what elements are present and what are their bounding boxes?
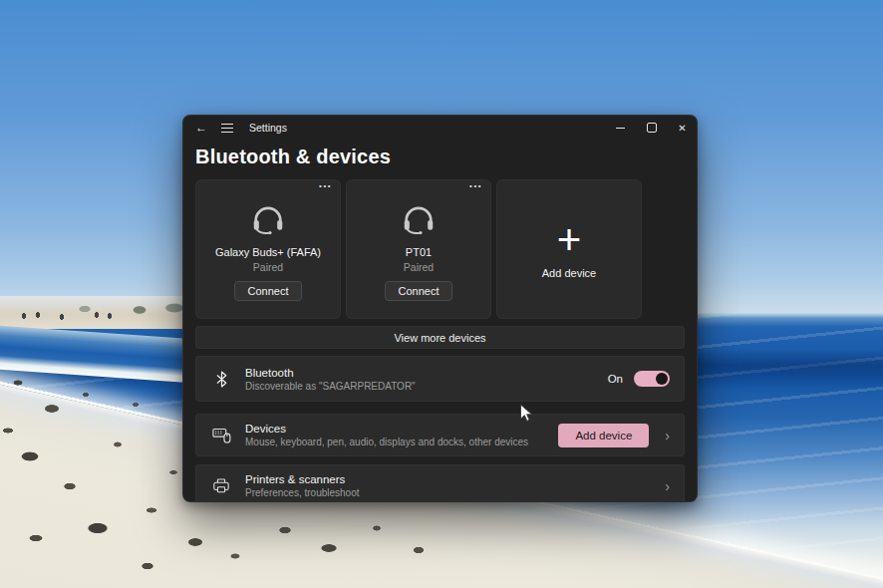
card-more-options-icon[interactable]: •••	[319, 181, 332, 190]
page-title: Bluetooth & devices	[195, 146, 685, 168]
add-device-label: Add device	[542, 267, 596, 279]
maximize-button[interactable]	[636, 115, 667, 141]
bluetooth-toggle[interactable]	[634, 371, 670, 387]
printer-icon	[210, 477, 232, 494]
device-name: PT01	[406, 246, 432, 258]
toggle-state-label: On	[608, 373, 623, 385]
toggle-knob	[656, 373, 668, 385]
back-button[interactable]: ←	[188, 117, 214, 139]
bluetooth-icon	[210, 371, 232, 388]
chevron-right-icon: ›	[665, 429, 670, 442]
bluetooth-row: Bluetooth Discoverable as "SAGARPREDATOR…	[195, 356, 685, 402]
bluetooth-text: Bluetooth Discoverable as "SAGARPREDATOR…	[245, 367, 416, 392]
minimize-button[interactable]	[605, 115, 636, 141]
device-status: Paired	[253, 261, 283, 273]
hamburger-icon	[221, 124, 233, 133]
close-icon: ✕	[678, 123, 686, 134]
titlebar: ← Settings ✕	[182, 115, 698, 141]
back-arrow-icon: ←	[195, 121, 207, 135]
settings-window: ← Settings ✕ Bluetooth & devices	[182, 115, 698, 502]
bluetooth-title: Bluetooth	[245, 367, 416, 379]
app-title: Settings	[249, 122, 287, 134]
device-card-galaxy-buds: ••• Galaxy Buds+ (FAFA) Paired Connect	[195, 179, 341, 319]
nav-menu-button[interactable]	[214, 117, 240, 139]
device-name: Galaxy Buds+ (FAFA)	[215, 246, 321, 258]
devices-icon	[210, 428, 232, 443]
mouse-cursor	[519, 404, 533, 428]
printers-actions: ›	[665, 479, 670, 493]
devices-text: Devices Mouse, keyboard, pen, audio, dis…	[245, 423, 528, 447]
printers-text: Printers & scanners Preferences, trouble…	[245, 473, 360, 498]
device-card-pt01: ••• PT01 Paired Connect	[346, 179, 491, 319]
devices-actions: Add device ›	[558, 424, 670, 447]
connect-button[interactable]: Connect	[385, 281, 453, 301]
bluetooth-toggle-area: On	[608, 371, 670, 387]
device-cards: ••• Galaxy Buds+ (FAFA) Paired Connect	[195, 179, 685, 319]
add-device-button[interactable]: Add device	[558, 424, 649, 447]
printers-subtitle: Preferences, troubleshoot	[245, 487, 360, 498]
beach-far-shore	[0, 296, 209, 329]
printers-row[interactable]: Printers & scanners Preferences, trouble…	[195, 464, 685, 502]
chevron-right-icon: ›	[665, 479, 670, 493]
close-button[interactable]: ✕	[667, 115, 698, 141]
device-status: Paired	[404, 261, 434, 273]
screen: ← Settings ✕ Bluetooth & devices	[0, 0, 883, 588]
page-content: Bluetooth & devices ••• Galaxy Buds+ (F	[182, 146, 698, 502]
view-more-devices-label: View more devices	[394, 332, 485, 344]
maximize-icon	[647, 123, 657, 133]
printers-title: Printers & scanners	[245, 473, 360, 485]
plus-icon: +	[557, 220, 582, 260]
bluetooth-subtitle: Discoverable as "SAGARPREDATOR"	[245, 381, 416, 392]
window-controls: ✕	[605, 115, 698, 141]
card-more-options-icon[interactable]: •••	[469, 181, 482, 190]
add-device-card[interactable]: + Add device	[496, 179, 642, 319]
view-more-devices-button[interactable]: View more devices	[195, 326, 685, 349]
headset-icon	[249, 203, 287, 235]
devices-row[interactable]: Devices Mouse, keyboard, pen, audio, dis…	[195, 414, 685, 456]
devices-title: Devices	[245, 423, 528, 435]
connect-button[interactable]: Connect	[234, 281, 303, 301]
devices-subtitle: Mouse, keyboard, pen, audio, displays an…	[245, 437, 528, 447]
headset-icon	[400, 203, 438, 235]
minimize-icon	[616, 128, 625, 129]
